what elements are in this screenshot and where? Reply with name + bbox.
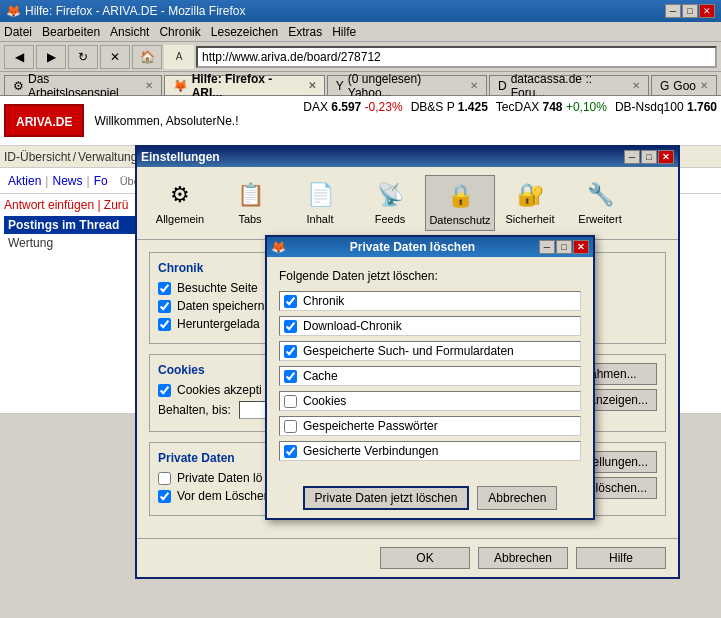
- private-checkbox-1[interactable]: [284, 320, 297, 333]
- allgemein-label: Allgemein: [156, 213, 204, 225]
- tab-3[interactable]: D datacassa.de :: Foru... ✕: [489, 75, 649, 95]
- ticker-tecdax: TecDAX 748 +0,10%: [496, 100, 607, 114]
- tabs-icon: 📋: [234, 179, 266, 211]
- tool-erweitert[interactable]: 🔧 Erweitert: [565, 175, 635, 231]
- inhalt-icon: 📄: [304, 179, 336, 211]
- tab-close-1[interactable]: ✕: [308, 80, 316, 91]
- private-maximize[interactable]: □: [556, 240, 572, 254]
- private-checkbox-2[interactable]: [284, 345, 297, 358]
- einstellungen-minimize[interactable]: ─: [624, 150, 640, 164]
- private-item-label-5: Gespeicherte Passwörter: [303, 419, 438, 433]
- private-item-label-3: Cache: [303, 369, 338, 383]
- minimize-button[interactable]: ─: [665, 4, 681, 18]
- antwort-link[interactable]: Antwort einfügen: [4, 198, 94, 212]
- sidebar-wertung[interactable]: Wertung: [4, 234, 140, 252]
- tab-1[interactable]: 🦊 Hilfe: Firefox - ARI... ✕: [164, 75, 325, 95]
- welcome-text: Willkommen, AbsoluterNe.!: [94, 114, 238, 128]
- menu-chronik[interactable]: Chronik: [159, 25, 200, 39]
- private-confirm-button[interactable]: Private Daten jetzt löschen: [303, 486, 470, 510]
- einstellungen-title-bar: Einstellungen ─ □ ✕: [137, 147, 678, 167]
- allgemein-icon: ⚙: [164, 179, 196, 211]
- tab-label-4: Goo: [673, 79, 696, 93]
- tool-inhalt[interactable]: 📄 Inhalt: [285, 175, 355, 231]
- stop-button[interactable]: ✕: [100, 45, 130, 69]
- chronik-text-2: Heruntergelada: [177, 317, 260, 331]
- maximize-button[interactable]: □: [682, 4, 698, 18]
- tab-icon-1: 🦊: [173, 79, 188, 93]
- einstellungen-title-text: Einstellungen: [141, 150, 220, 164]
- zurue-link[interactable]: Zurü: [104, 198, 129, 212]
- private-text-0: Private Daten lö: [177, 471, 262, 485]
- chronik-check-1[interactable]: [158, 300, 171, 313]
- cookies-check-0[interactable]: [158, 384, 171, 397]
- back-button[interactable]: ◀: [4, 45, 34, 69]
- chronik-check-2[interactable]: [158, 318, 171, 331]
- behalten-label: Behalten, bis:: [158, 403, 231, 417]
- private-item-4: Cookies: [279, 391, 581, 411]
- private-minimize[interactable]: ─: [539, 240, 555, 254]
- tab-close-3[interactable]: ✕: [632, 80, 640, 91]
- menu-ansicht[interactable]: Ansicht: [110, 25, 149, 39]
- menu-lesezeichen[interactable]: Lesezeichen: [211, 25, 278, 39]
- private-description: Folgende Daten jetzt löschen:: [279, 269, 581, 283]
- private-close[interactable]: ✕: [573, 240, 589, 254]
- tab-4[interactable]: G Goo ✕: [651, 75, 717, 95]
- feeds-icon: 📡: [374, 179, 406, 211]
- einstellungen-close[interactable]: ✕: [658, 150, 674, 164]
- ticker-dbsp: DB&S P 1.425: [411, 100, 488, 114]
- tool-tabs[interactable]: 📋 Tabs: [215, 175, 285, 231]
- chronik-text-0: Besuchte Seite: [177, 281, 258, 295]
- private-title-bar: 🦊 Private Daten löschen ─ □ ✕: [267, 237, 593, 257]
- tool-datenschutz[interactable]: 🔒 Datenschutz: [425, 175, 495, 231]
- sidebar-postings[interactable]: Postings im Thread: [4, 216, 140, 234]
- private-check-0[interactable]: [158, 472, 171, 485]
- private-item-label-2: Gespeicherte Such- und Formulardaten: [303, 344, 514, 358]
- ok-button[interactable]: OK: [380, 547, 470, 569]
- menu-hilfe[interactable]: Hilfe: [332, 25, 356, 39]
- nav-aktien[interactable]: Aktien: [8, 174, 41, 188]
- vor-loeschen-text: Vor dem Löscher: [177, 489, 268, 503]
- private-checkbox-3[interactable]: [284, 370, 297, 383]
- hilfe-button[interactable]: Hilfe: [576, 547, 666, 569]
- close-browser-button[interactable]: ✕: [699, 4, 715, 18]
- ariva-ticker: DAX 6.597 -0,23% DB&S P 1.425 TecDAX 748…: [303, 100, 717, 114]
- menu-bar: Datei Bearbeiten Ansicht Chronik Lesezei…: [0, 22, 721, 42]
- tab-2[interactable]: Y (0 ungelesen) Yahoo... ✕: [327, 75, 487, 95]
- private-item-label-4: Cookies: [303, 394, 346, 408]
- tabs-label: Tabs: [238, 213, 261, 225]
- private-cancel-button[interactable]: Abbrechen: [477, 486, 557, 510]
- abbrechen-button[interactable]: Abbrechen: [478, 547, 568, 569]
- home-button[interactable]: 🏠: [132, 45, 162, 69]
- tab-close-0[interactable]: ✕: [145, 80, 153, 91]
- erweitert-icon: 🔧: [584, 179, 616, 211]
- tool-allgemein[interactable]: ⚙ Allgemein: [145, 175, 215, 231]
- nav-fo[interactable]: Fo: [94, 174, 108, 188]
- nav-news[interactable]: News: [52, 174, 82, 188]
- private-content: Folgende Daten jetzt löschen: Chronik Do…: [267, 257, 593, 478]
- private-checkbox-4[interactable]: [284, 395, 297, 408]
- browser-toolbar: ◀ ▶ ↻ ✕ 🏠 A: [0, 42, 721, 72]
- address-bar[interactable]: [196, 46, 717, 68]
- browser-title-bar: 🦊 Hilfe: Firefox - ARIVA.DE - Mozilla Fi…: [0, 0, 721, 22]
- vor-loeschen-check[interactable]: [158, 490, 171, 503]
- ticker-nsdq: DB-Nsdq100 1.760: [615, 100, 717, 114]
- private-title-buttons: ─ □ ✕: [539, 240, 589, 254]
- menu-bearbeiten[interactable]: Bearbeiten: [42, 25, 100, 39]
- private-checkbox-0[interactable]: [284, 295, 297, 308]
- reload-button[interactable]: ↻: [68, 45, 98, 69]
- chronik-check-0[interactable]: [158, 282, 171, 295]
- menu-extras[interactable]: Extras: [288, 25, 322, 39]
- private-checkbox-6[interactable]: [284, 445, 297, 458]
- tab-icon-3: D: [498, 79, 507, 93]
- tab-close-4[interactable]: ✕: [700, 80, 708, 91]
- tab-close-2[interactable]: ✕: [470, 80, 478, 91]
- forward-button[interactable]: ▶: [36, 45, 66, 69]
- nav-id: ID-Übersicht: [4, 150, 71, 164]
- einstellungen-maximize[interactable]: □: [641, 150, 657, 164]
- tab-0[interactable]: ⚙ Das Arbeitslosenspiel ✕: [4, 75, 162, 95]
- tool-feeds[interactable]: 📡 Feeds: [355, 175, 425, 231]
- tab-icon-4: G: [660, 79, 669, 93]
- tool-sicherheit[interactable]: 🔐 Sicherheit: [495, 175, 565, 231]
- private-checkbox-5[interactable]: [284, 420, 297, 433]
- menu-datei[interactable]: Datei: [4, 25, 32, 39]
